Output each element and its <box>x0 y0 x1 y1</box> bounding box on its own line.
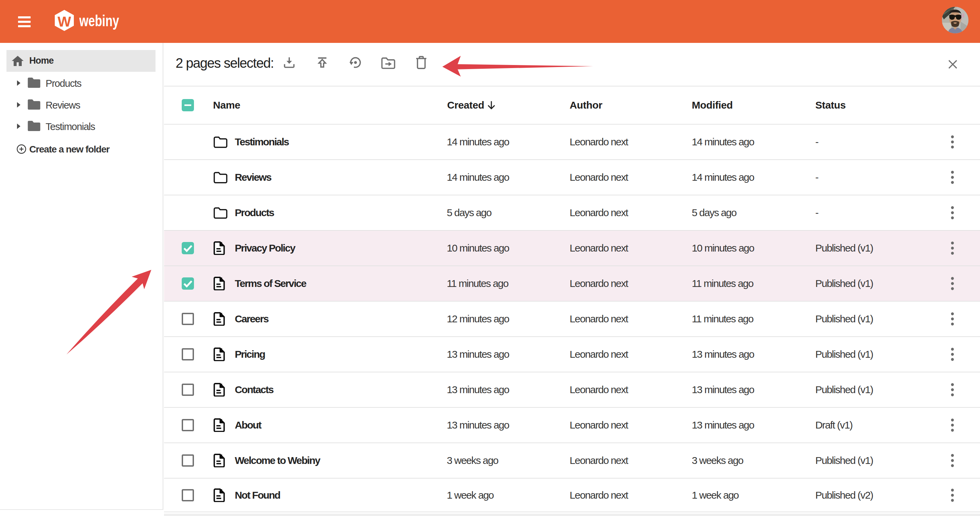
svg-text:webiny: webiny <box>79 11 119 30</box>
svg-text:W: W <box>57 14 71 30</box>
